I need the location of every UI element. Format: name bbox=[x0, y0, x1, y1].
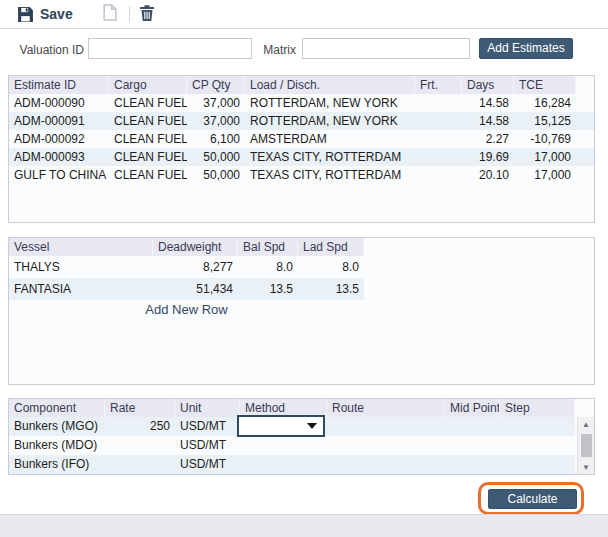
column-header[interactable]: Cargo bbox=[109, 76, 187, 94]
column-header[interactable]: Rate bbox=[105, 399, 175, 417]
cell-estimate-id: ADM-000090 bbox=[9, 94, 109, 112]
scroll-down-button[interactable]: ▼ bbox=[578, 460, 595, 474]
cell-load-disch: TEXAS CITY, ROTTERDAM bbox=[245, 148, 415, 166]
cell-deadweight: 51,434 bbox=[153, 278, 238, 300]
table-row[interactable]: Bunkers (MDO) USD/MT bbox=[9, 436, 575, 455]
vertical-scrollbar[interactable]: ▲ ▼ bbox=[577, 417, 594, 474]
cell-method bbox=[240, 455, 327, 474]
cell-cp-qty: 37,000 bbox=[187, 112, 245, 130]
cell-step bbox=[500, 417, 575, 436]
cell-days: 20.10 bbox=[462, 166, 514, 184]
calculate-button[interactable]: Calculate bbox=[488, 489, 577, 509]
add-new-row-link[interactable]: Add New Row bbox=[9, 302, 364, 317]
cell-estimate-id: ADM-000093 bbox=[9, 148, 109, 166]
chevron-down-icon bbox=[307, 423, 317, 429]
cell-vessel: THALYS bbox=[9, 256, 153, 278]
table-row[interactable]: ADM-000093 CLEAN FUEL 50,000 TEXAS CITY,… bbox=[9, 148, 594, 166]
valuation-id-input[interactable] bbox=[88, 38, 252, 59]
scroll-up-button[interactable]: ▲ bbox=[578, 417, 595, 431]
toolbar: Save bbox=[0, 0, 608, 29]
column-header[interactable]: CP Qty bbox=[187, 76, 245, 94]
cell-mid-point bbox=[445, 455, 500, 474]
cell-days: 14.58 bbox=[462, 112, 514, 130]
column-header[interactable]: TCE bbox=[514, 76, 576, 94]
table-row[interactable]: GULF TO CHINA CLEAN FUEL 50,000 TEXAS CI… bbox=[9, 166, 594, 184]
column-header[interactable]: Route bbox=[327, 399, 445, 417]
table-row[interactable]: ADM-000092 CLEAN FUEL 6,100 AMSTERDAM 2.… bbox=[9, 130, 594, 148]
table-row[interactable]: ADM-000090 CLEAN FUEL 37,000 ROTTERDAM, … bbox=[9, 94, 594, 112]
cell-frt bbox=[415, 94, 462, 112]
cell-days: 14.58 bbox=[462, 94, 514, 112]
cell-tce: -10,769 bbox=[514, 130, 576, 148]
cell-component: Bunkers (IFO) bbox=[9, 455, 105, 474]
cell-route bbox=[327, 455, 445, 474]
cell-cargo: CLEAN FUEL bbox=[109, 112, 187, 130]
column-header[interactable]: Lad Spd bbox=[298, 238, 364, 256]
column-header[interactable]: Deadweight bbox=[153, 238, 238, 256]
cell-unit: USD/MT bbox=[175, 455, 240, 474]
cell-cp-qty: 6,100 bbox=[187, 130, 245, 148]
toolbar-divider bbox=[129, 6, 130, 22]
column-header[interactable]: Days bbox=[462, 76, 514, 94]
save-button[interactable]: Save bbox=[17, 6, 73, 23]
column-header[interactable]: Load / Disch. bbox=[245, 76, 415, 94]
cell-tce: 16,284 bbox=[514, 94, 576, 112]
table-row[interactable]: FANTASIA 51,434 13.5 13.5 bbox=[9, 278, 364, 300]
cell-rate bbox=[105, 436, 175, 455]
vessels-table-header: Vessel Deadweight Bal Spd Lad Spd bbox=[9, 238, 594, 256]
add-estimates-button[interactable]: Add Estimates bbox=[479, 38, 573, 59]
column-header[interactable]: Frt. bbox=[415, 76, 462, 94]
cell-cargo: CLEAN FUEL bbox=[109, 130, 187, 148]
column-header[interactable]: Bal Spd bbox=[238, 238, 298, 256]
cell-bal-spd: 8.0 bbox=[238, 256, 298, 278]
cell-lad-spd: 13.5 bbox=[298, 278, 364, 300]
cell-cp-qty: 37,000 bbox=[187, 94, 245, 112]
cell-cargo: CLEAN FUEL bbox=[109, 166, 187, 184]
trash-icon bbox=[140, 5, 154, 24]
cell-tce: 15,125 bbox=[514, 112, 576, 130]
cell-load-disch: AMSTERDAM bbox=[245, 130, 415, 148]
delete-button[interactable] bbox=[140, 5, 154, 24]
new-document-icon bbox=[103, 4, 117, 24]
cell-rate bbox=[105, 455, 175, 474]
cell-lad-spd: 8.0 bbox=[298, 256, 364, 278]
save-icon bbox=[17, 6, 34, 23]
cell-component: Bunkers (MGO) bbox=[9, 417, 105, 436]
cell-rate: 250 bbox=[105, 417, 175, 436]
cell-estimate-id: ADM-000091 bbox=[9, 112, 109, 130]
column-header[interactable]: Vessel bbox=[9, 238, 153, 256]
cell-vessel: FANTASIA bbox=[9, 278, 153, 300]
new-document-button[interactable] bbox=[103, 4, 117, 24]
table-row[interactable]: THALYS 8,277 8.0 8.0 bbox=[9, 256, 364, 278]
column-header[interactable]: Step bbox=[500, 399, 575, 417]
method-select[interactable] bbox=[237, 415, 325, 437]
status-bar bbox=[0, 514, 608, 537]
cell-tce: 17,000 bbox=[514, 148, 576, 166]
cell-cp-qty: 50,000 bbox=[187, 166, 245, 184]
cell-cargo: CLEAN FUEL bbox=[109, 148, 187, 166]
cell-bal-spd: 13.5 bbox=[238, 278, 298, 300]
estimates-table-header: Estimate ID Cargo CP Qty Load / Disch. F… bbox=[9, 76, 594, 94]
cell-deadweight: 8,277 bbox=[153, 256, 238, 278]
cell-frt bbox=[415, 112, 462, 130]
cell-load-disch: ROTTERDAM, NEW YORK bbox=[245, 94, 415, 112]
column-header[interactable]: Mid Point bbox=[445, 399, 500, 417]
cell-estimate-id: GULF TO CHINA bbox=[9, 166, 109, 184]
estimate-valuation-window: Save Valuation ID Matrix Add Estimates E… bbox=[0, 0, 608, 537]
table-row[interactable]: ADM-000091 CLEAN FUEL 37,000 ROTTERDAM, … bbox=[9, 112, 594, 130]
cell-unit: USD/MT bbox=[175, 417, 240, 436]
valuation-id-label: Valuation ID bbox=[8, 40, 84, 60]
cell-route bbox=[327, 436, 445, 455]
matrix-input[interactable] bbox=[302, 38, 470, 59]
cell-step bbox=[500, 436, 575, 455]
scrollbar-thumb[interactable] bbox=[581, 434, 592, 457]
cell-cargo: CLEAN FUEL bbox=[109, 94, 187, 112]
table-row[interactable]: Bunkers (IFO) USD/MT bbox=[9, 455, 575, 474]
column-header[interactable]: Component bbox=[9, 399, 105, 417]
column-header[interactable]: Estimate ID bbox=[9, 76, 109, 94]
chevron-up-icon: ▲ bbox=[582, 420, 590, 429]
cell-load-disch: TEXAS CITY, ROTTERDAM bbox=[245, 166, 415, 184]
cell-mid-point bbox=[445, 417, 500, 436]
cell-component: Bunkers (MDO) bbox=[9, 436, 105, 455]
column-header[interactable]: Unit bbox=[175, 399, 240, 417]
